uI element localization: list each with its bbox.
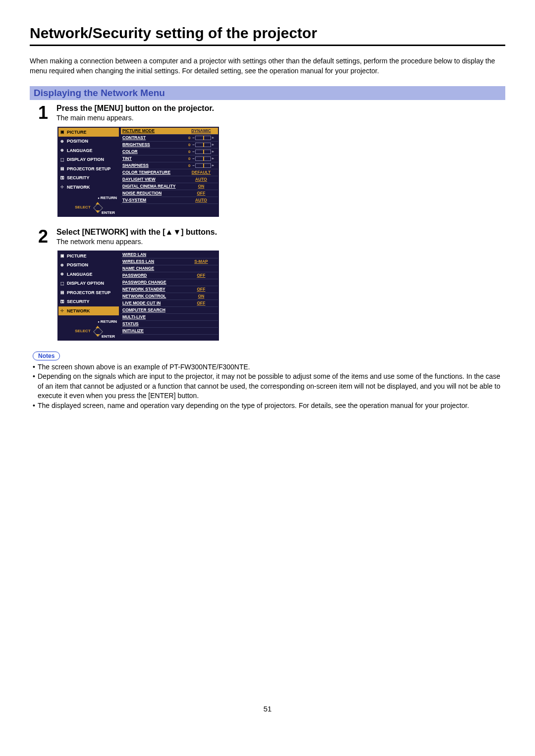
network-menu-panel: WIRED LANWIRELESS LANS-MAPNAME CHANGEPAS… <box>120 251 219 341</box>
menu-row: SHARPNESS0−+ <box>121 162 218 169</box>
intro-paragraph: When making a connection between a compu… <box>30 56 505 76</box>
notes-badge: Notes <box>33 352 60 360</box>
note-item: • Depending on the signals which are inp… <box>33 372 505 401</box>
menu-row-value: S-MAP <box>186 259 216 264</box>
menu-row-value: OFF <box>186 287 216 292</box>
menu-row: TINT0−+ <box>121 155 218 162</box>
menu-row: WIRED LAN <box>121 252 218 258</box>
page-title: Network/Security setting of the projecto… <box>30 25 505 46</box>
menu-row: DIGITAL CINEMA REALITYON <box>121 183 218 190</box>
step-number: 2 <box>30 228 56 246</box>
nav-diamond-icon <box>93 326 103 336</box>
menu-row-value: DEFAULT <box>186 170 216 175</box>
menu-row-label: SHARPNESS <box>122 163 186 168</box>
sidebar-item-icon: ▣ <box>59 253 65 258</box>
sidebar-item: ⊹NETWORK <box>58 306 119 315</box>
main-menu-panel: PICTURE MODEDYNAMICCONTRAST0−+BRIGHTNESS… <box>120 127 219 217</box>
main-menu-screenshot: ▣PICTURE⊕POSITION⊕LANGUAGE⬚DISPLAY OPTIO… <box>57 127 505 217</box>
sidebar-item-label: PICTURE <box>67 253 87 258</box>
menu-row-value: ON <box>186 294 216 299</box>
step-title: Select [NETWORK] with the [▲▼] buttons. <box>56 228 217 237</box>
menu-row-label: COLOR <box>122 149 186 154</box>
menu-row: NETWORK STANDBYOFF <box>121 286 218 293</box>
sidebar-item-icon: ▤ <box>59 290 65 295</box>
step-number: 1 <box>30 104 56 122</box>
menu-row-value: OFF <box>186 191 216 196</box>
step-2: 2 Select [NETWORK] with the [▲▼] buttons… <box>30 228 505 246</box>
menu-row: STATUS <box>121 321 218 328</box>
select-label: SELECT <box>75 205 91 209</box>
menu-row: COMPUTER SEARCH <box>121 307 218 314</box>
menu-row-label: COLOR TEMPERATURE <box>122 170 186 175</box>
sidebar-item-icon: ⊹ <box>59 184 65 190</box>
sidebar-item: ⊕POSITION <box>58 260 119 269</box>
menu-row: MULTI-LIVE <box>121 314 218 321</box>
nav-diamond-icon <box>93 202 103 212</box>
menu-row-label: STATUS <box>122 321 186 326</box>
menu-row: PASSWORD CHANGE <box>121 279 218 286</box>
menu-row-label: LIVE MODE CUT IN <box>122 301 186 305</box>
sidebar-item-label: LANGUAGE <box>67 148 93 153</box>
sidebar-item-label: PROJECTOR SETUP <box>67 290 110 295</box>
menu-row-label: CONTRAST <box>122 135 186 140</box>
menu-row-value: DYNAMIC <box>186 128 216 133</box>
sidebar-item-label: SECURITY <box>67 299 90 304</box>
menu-row-value: 0−+ <box>186 143 216 147</box>
menu-row-label: DIGITAL CINEMA REALITY <box>122 184 186 189</box>
menu-row: WIRELESS LANS-MAP <box>121 258 218 265</box>
menu-row-label: NAME CHANGE <box>122 266 186 271</box>
sidebar-item-label: DISPLAY OPTION <box>67 157 104 162</box>
menu-row-label: NETWORK CONTROL <box>122 294 186 299</box>
sidebar-item-label: PROJECTOR SETUP <box>67 166 110 171</box>
menu-row-value: 0−+ <box>186 163 216 168</box>
sidebar-item-icon: ⊕ <box>59 262 65 268</box>
menu-row-label: COMPUTER SEARCH <box>122 307 186 312</box>
notes-list: • The screen shown above is an example o… <box>33 362 505 411</box>
sidebar-item: ⊹NETWORK <box>58 183 119 192</box>
menu-row-label: INITIALIZE <box>122 328 186 333</box>
menu-sidebar: ▣PICTURE⊕POSITION⊕LANGUAGE⬚DISPLAY OPTIO… <box>57 251 120 341</box>
menu-row-label: WIRELESS LAN <box>122 259 186 264</box>
sidebar-item-label: NETWORK <box>67 185 90 190</box>
menu-row: TV-SYSTEMAUTO <box>121 197 218 204</box>
menu-row-value: 0−+ <box>186 156 216 161</box>
menu-row: DAYLIGHT VIEWAUTO <box>121 176 218 183</box>
menu-row: BRIGHTNESS0−+ <box>121 142 218 149</box>
sidebar-item: ⚿SECURITY <box>58 297 119 306</box>
sidebar-item-icon: ⚿ <box>59 175 65 181</box>
sidebar-item-icon: ⊕ <box>59 139 65 144</box>
sidebar-item: ⚿SECURITY <box>58 173 119 182</box>
menu-row: COLOR TEMPERATUREDEFAULT <box>121 169 218 176</box>
sidebar-item-icon: ⬚ <box>59 281 65 286</box>
menu-row-value: OFF <box>186 301 216 305</box>
sidebar-item: ▣PICTURE <box>58 252 119 260</box>
network-menu-screenshot: ▣PICTURE⊕POSITION⊕LANGUAGE⬚DISPLAY OPTIO… <box>57 251 505 341</box>
note-item: • The screen shown above is an example o… <box>33 362 505 372</box>
return-label: RETURN <box>98 319 117 324</box>
step-title: Press the [MENU] button on the projector… <box>56 104 214 113</box>
sidebar-item: ▤PROJECTOR SETUP <box>58 288 119 297</box>
menu-row-value: AUTO <box>186 177 216 182</box>
menu-row: COLOR0−+ <box>121 149 218 155</box>
menu-row-label: NOISE REDUCTION <box>122 191 186 196</box>
menu-row-value: ON <box>186 184 216 189</box>
sidebar-item-label: PICTURE <box>67 130 87 135</box>
sidebar-item-label: LANGUAGE <box>67 272 93 277</box>
sidebar-item-label: POSITION <box>67 262 88 267</box>
menu-row-value: 0−+ <box>186 136 216 140</box>
sidebar-item: ⊕POSITION <box>58 137 119 146</box>
sidebar-item-icon: ▤ <box>59 166 65 171</box>
step-1: 1 Press the [MENU] button on the project… <box>30 104 505 122</box>
sidebar-item: ▤PROJECTOR SETUP <box>58 164 119 173</box>
menu-row-label: TINT <box>122 156 186 161</box>
section-heading: Displaying the Network Menu <box>30 86 505 100</box>
sidebar-item-icon: ⬚ <box>59 157 65 162</box>
menu-row-label: PASSWORD CHANGE <box>122 280 186 285</box>
menu-row-value: AUTO <box>186 198 216 202</box>
menu-row-label: PASSWORD <box>122 273 186 278</box>
sidebar-item-icon: ⊹ <box>59 308 65 313</box>
select-label: SELECT <box>75 329 91 333</box>
sidebar-item-icon: ⚿ <box>59 299 65 304</box>
menu-row: INITIALIZE <box>121 328 218 335</box>
sidebar-item-label: POSITION <box>67 139 88 144</box>
